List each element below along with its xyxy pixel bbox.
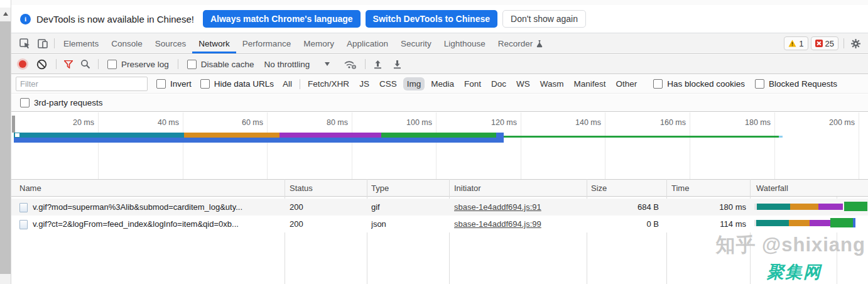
errors-badge[interactable]: 25 xyxy=(811,36,838,50)
col-name[interactable]: Name xyxy=(19,183,41,193)
checkbox-box xyxy=(755,79,764,89)
table-row[interactable]: v.gif?ct=2&logFrom=feed_index&logInfo=it… xyxy=(11,216,868,232)
overview-dns-segment xyxy=(14,133,184,138)
devtools-screenshot: i DevTools is now available in Chinese! … xyxy=(0,0,868,284)
invert-checkbox[interactable]: Invert xyxy=(156,79,192,89)
request-time: 114 ms xyxy=(666,219,746,229)
third-party-checkbox[interactable]: 3rd-party requests xyxy=(20,98,103,107)
col-status[interactable]: Status xyxy=(290,183,313,193)
zhihu-watermark: 知乎 @shixiang xyxy=(652,232,865,258)
request-size: 684 B xyxy=(587,202,659,212)
gridline xyxy=(98,112,99,179)
hide-data-urls-checkbox[interactable]: Hide data URLs xyxy=(200,79,274,89)
disable-cache-checkbox[interactable]: Disable cache xyxy=(187,60,254,69)
waterfall-ssl xyxy=(818,204,843,210)
preserve-log-checkbox[interactable]: Preserve log xyxy=(107,60,169,69)
filter-pill-fetch-xhr[interactable]: Fetch/XHR xyxy=(304,77,353,90)
waterfall-download xyxy=(853,218,855,227)
warnings-badge[interactable]: 1 xyxy=(784,36,808,50)
tab-console[interactable]: Console xyxy=(105,33,149,53)
search-button[interactable] xyxy=(80,59,90,69)
tab-sources[interactable]: Sources xyxy=(149,33,193,53)
overview-connect-segment xyxy=(184,133,279,138)
col-type[interactable]: Type xyxy=(371,183,389,193)
file-icon xyxy=(19,203,28,212)
scrollbar-thumb[interactable] xyxy=(0,21,11,274)
scrollbar-up-button[interactable] xyxy=(0,8,11,20)
inspect-element-button[interactable] xyxy=(16,33,34,53)
switch-devtools-chinese-button[interactable]: Switch DevTools to Chinese xyxy=(366,10,497,28)
gridline xyxy=(183,112,183,179)
filter-pill-font[interactable]: Font xyxy=(460,77,485,90)
up-arrow-icon xyxy=(3,12,8,16)
tab-performance[interactable]: Performance xyxy=(236,33,297,53)
tab-application[interactable]: Application xyxy=(340,33,394,53)
gridline xyxy=(267,112,268,179)
import-har-button[interactable] xyxy=(373,59,382,69)
filter-pill-media[interactable]: Media xyxy=(427,77,458,90)
request-name[interactable]: v.gif?mod=superman%3Alib&submod=carditem… xyxy=(33,202,281,212)
disable-cache-label: Disable cache xyxy=(201,60,254,69)
tick-label: 180 ms xyxy=(720,118,771,128)
filter-pill-all[interactable]: All xyxy=(279,77,296,90)
tick-label: 60 ms xyxy=(213,118,263,128)
export-har-button[interactable] xyxy=(393,59,402,69)
blocked-requests-checkbox[interactable]: Blocked Requests xyxy=(755,79,837,89)
divider xyxy=(178,59,178,69)
tick-label: 100 ms xyxy=(382,118,432,128)
settings-button[interactable] xyxy=(850,33,861,53)
tab-elements[interactable]: Elements xyxy=(57,33,105,53)
filter-pill-wasm[interactable]: Wasm xyxy=(536,77,568,90)
tab-security[interactable]: Security xyxy=(394,33,438,53)
filter-funnel-button[interactable] xyxy=(64,60,73,68)
tab-lighthouse[interactable]: Lighthouse xyxy=(438,33,492,53)
record-button[interactable] xyxy=(19,60,26,68)
tab-memory[interactable]: Memory xyxy=(297,33,340,53)
has-blocked-cookies-checkbox[interactable]: Has blocked cookies xyxy=(653,79,745,89)
top-strip xyxy=(11,0,868,5)
request-initiator-link[interactable]: sbase-1e4addf694.js:99 xyxy=(454,219,541,229)
request-name[interactable]: v.gif?ct=2&logFrom=feed_index&logInfo=it… xyxy=(33,219,281,229)
filter-pill-ws[interactable]: WS xyxy=(513,77,534,90)
waterfall-connect xyxy=(789,220,810,226)
clear-button[interactable] xyxy=(36,59,47,70)
dont-show-again-button[interactable]: Don't show again xyxy=(502,10,586,28)
divider xyxy=(300,79,300,89)
devtools-tabbar: Elements Console Sources Network Perform… xyxy=(11,33,868,54)
filter-input[interactable] xyxy=(16,77,148,91)
filter-pill-img[interactable]: Img xyxy=(403,77,425,90)
filter-pill-manifest[interactable]: Manifest xyxy=(570,77,609,90)
col-waterfall[interactable]: Waterfall xyxy=(756,183,788,193)
tab-recorder[interactable]: Recorder xyxy=(492,33,550,53)
request-initiator-link[interactable]: sbase-1e4addf694.js:91 xyxy=(454,202,541,212)
caret-down-icon[interactable] xyxy=(325,62,330,66)
filter-pill-doc[interactable]: Doc xyxy=(487,77,510,90)
gridline xyxy=(605,112,605,179)
request-time: 180 ms xyxy=(666,202,746,212)
overview-left-handle[interactable] xyxy=(12,116,15,133)
device-toolbar-button[interactable] xyxy=(34,33,52,53)
checkbox-box xyxy=(107,60,117,69)
filter-pill-other[interactable]: Other xyxy=(612,77,641,90)
tab-network[interactable]: Network xyxy=(192,33,236,53)
waterfall-dns xyxy=(756,220,789,226)
filter-pill-css[interactable]: CSS xyxy=(376,77,401,90)
always-match-language-button[interactable]: Always match Chrome's language xyxy=(203,10,361,28)
gridline xyxy=(436,112,437,179)
throttling-select[interactable]: No throttling xyxy=(264,60,310,69)
preserve-log-label: Preserve log xyxy=(121,60,169,69)
table-row[interactable]: v.gif?mod=superman%3Alib&submod=carditem… xyxy=(11,199,868,216)
gridline xyxy=(690,112,690,179)
checkbox-box xyxy=(20,98,30,107)
col-size[interactable]: Size xyxy=(591,183,607,193)
waterfall-ssl xyxy=(810,220,830,226)
divider xyxy=(98,59,99,69)
col-initiator[interactable]: Initiator xyxy=(454,183,481,193)
filter-pill-js[interactable]: JS xyxy=(355,77,373,90)
col-time[interactable]: Time xyxy=(671,183,689,193)
tab-recorder-label: Recorder xyxy=(498,39,533,48)
hide-data-urls-label: Hide data URLs xyxy=(214,79,274,89)
overview-download-band xyxy=(14,138,504,143)
file-icon xyxy=(19,220,28,229)
network-conditions-button[interactable] xyxy=(344,59,357,70)
